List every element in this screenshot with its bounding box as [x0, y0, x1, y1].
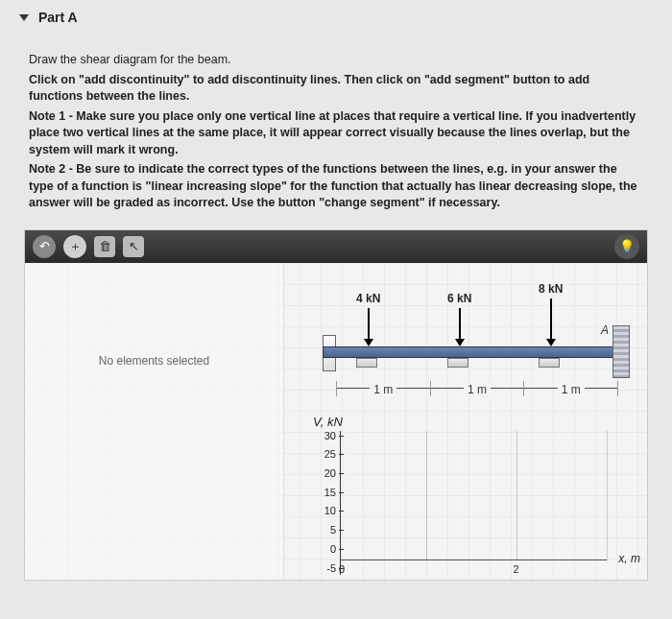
- gridline: [426, 431, 427, 560]
- y-axis-label: V, kN: [313, 415, 343, 429]
- shear-diagram-plot[interactable]: V, kN x, m 30 25 20 15 10 5 0 -5 0: [313, 426, 636, 575]
- dim-label: 1 m: [370, 383, 396, 396]
- dimension-row: 1 m 1 m 1 m: [336, 381, 618, 396]
- y-tick: 30: [313, 430, 340, 441]
- lightbulb-icon: 💡: [619, 239, 635, 253]
- collapse-toggle-icon[interactable]: [19, 14, 29, 21]
- beam-figure: 4 kN 6 kN 8 kN A: [284, 268, 637, 421]
- force-arrow-2: 6 kN: [447, 292, 471, 346]
- y-tick: 20: [313, 467, 340, 479]
- beam: [323, 346, 628, 358]
- y-tick: 5: [313, 524, 340, 536]
- instructions-block: Draw the shear diagram for the beam. Cli…: [19, 47, 653, 229]
- force-label: 6 kN: [447, 292, 471, 305]
- cursor-icon: ↖: [129, 239, 139, 253]
- y-tick: 15: [313, 487, 340, 498]
- part-title: Part A: [38, 10, 78, 25]
- x-tick: 0: [339, 563, 345, 575]
- selection-panel: No elements selected: [25, 263, 284, 580]
- add-button[interactable]: ＋: [63, 235, 86, 258]
- empty-selection-message: No elements selected: [99, 354, 209, 368]
- x-axis: [340, 559, 607, 560]
- right-support: [612, 325, 630, 378]
- instruction-line: Draw the shear diagram for the beam.: [29, 52, 643, 69]
- y-tick: -5: [313, 562, 340, 574]
- force-arrow-1: 4 kN: [356, 292, 380, 346]
- point-a-label: A: [601, 323, 609, 337]
- gridline: [516, 431, 517, 560]
- plus-icon: ＋: [69, 238, 82, 255]
- trash-icon: 🗑: [99, 239, 111, 253]
- load-pedestal: [539, 358, 560, 368]
- y-axis: [340, 431, 341, 575]
- force-label: 4 kN: [356, 292, 380, 305]
- drawing-area[interactable]: 4 kN 6 kN 8 kN A: [284, 263, 647, 580]
- y-tick: 25: [313, 448, 340, 460]
- undo-icon: ↶: [39, 239, 50, 253]
- x-tick: 2: [514, 563, 519, 575]
- load-pedestal: [356, 358, 377, 368]
- undo-button[interactable]: ↶: [33, 235, 56, 258]
- force-arrow-3: 8 kN: [539, 282, 563, 346]
- cursor-button[interactable]: ↖: [123, 236, 144, 257]
- drawing-canvas-panel: ↶ ＋ 🗑 ↖ 💡 No elements selected 4 kN 6 kN: [24, 229, 648, 581]
- force-label: 8 kN: [539, 282, 563, 296]
- toolbar: ↶ ＋ 🗑 ↖ 💡: [25, 230, 647, 263]
- y-tick: 10: [313, 505, 340, 516]
- instruction-note1: Note 1 - Make sure you place only one ve…: [29, 108, 643, 159]
- dim-label: 1 m: [464, 383, 491, 396]
- hint-button[interactable]: 💡: [614, 234, 639, 259]
- instruction-line: Click on "add discontinuity" to add disc…: [29, 72, 643, 106]
- y-tick: 0: [313, 543, 340, 555]
- instruction-note2: Note 2 - Be sure to indicate the correct…: [29, 161, 643, 212]
- load-pedestal: [447, 358, 468, 368]
- gridline: [607, 431, 608, 560]
- delete-button[interactable]: 🗑: [94, 236, 115, 257]
- x-axis-label: x, m: [618, 552, 640, 565]
- dim-label: 1 m: [558, 383, 585, 396]
